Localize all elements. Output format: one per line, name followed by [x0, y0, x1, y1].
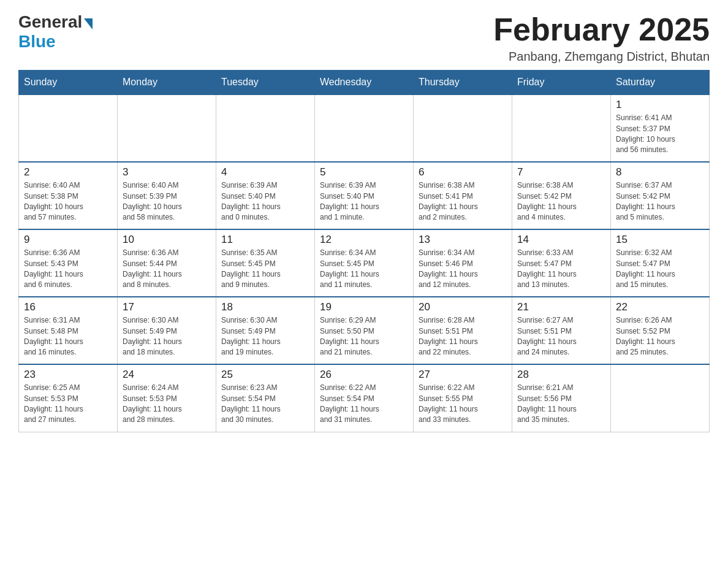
calendar-cell: 23Sunrise: 6:25 AM Sunset: 5:53 PM Dayli…: [19, 364, 118, 432]
calendar-cell: 5Sunrise: 6:39 AM Sunset: 5:40 PM Daylig…: [315, 162, 414, 229]
calendar-cell: 25Sunrise: 6:23 AM Sunset: 5:54 PM Dayli…: [216, 364, 315, 432]
calendar-cell: 21Sunrise: 6:27 AM Sunset: 5:51 PM Dayli…: [512, 297, 611, 364]
day-number: 22: [616, 301, 704, 313]
day-number: 17: [123, 301, 211, 313]
calendar-cell: [19, 94, 118, 162]
day-info: Sunrise: 6:22 AM Sunset: 5:54 PM Dayligh…: [320, 383, 408, 426]
calendar-cell: 8Sunrise: 6:37 AM Sunset: 5:42 PM Daylig…: [611, 162, 710, 229]
day-info: Sunrise: 6:29 AM Sunset: 5:50 PM Dayligh…: [320, 315, 408, 358]
calendar-cell: 13Sunrise: 6:34 AM Sunset: 5:46 PM Dayli…: [414, 229, 512, 297]
calendar-week-row: 23Sunrise: 6:25 AM Sunset: 5:53 PM Dayli…: [19, 364, 710, 432]
calendar-week-row: 9Sunrise: 6:36 AM Sunset: 5:43 PM Daylig…: [19, 229, 710, 297]
day-number: 28: [517, 369, 605, 381]
calendar-cell: 9Sunrise: 6:36 AM Sunset: 5:43 PM Daylig…: [19, 229, 118, 297]
page-header: General Blue February 2025 Panbang, Zhem…: [18, 12, 710, 64]
day-info: Sunrise: 6:40 AM Sunset: 5:39 PM Dayligh…: [123, 180, 211, 223]
calendar-cell: 1Sunrise: 6:41 AM Sunset: 5:37 PM Daylig…: [611, 94, 710, 162]
calendar-cell: 17Sunrise: 6:30 AM Sunset: 5:49 PM Dayli…: [118, 297, 216, 364]
weekday-header-row: SundayMondayTuesdayWednesdayThursdayFrid…: [19, 71, 710, 95]
calendar-header: SundayMondayTuesdayWednesdayThursdayFrid…: [19, 71, 710, 95]
day-number: 13: [419, 234, 507, 246]
day-info: Sunrise: 6:34 AM Sunset: 5:45 PM Dayligh…: [320, 248, 408, 291]
calendar-cell: [611, 364, 710, 432]
day-info: Sunrise: 6:23 AM Sunset: 5:54 PM Dayligh…: [221, 383, 309, 426]
day-number: 20: [419, 301, 507, 313]
logo-arrow-icon: [84, 18, 93, 29]
day-info: Sunrise: 6:31 AM Sunset: 5:48 PM Dayligh…: [24, 315, 112, 358]
month-title: February 2025: [493, 12, 710, 47]
day-info: Sunrise: 6:36 AM Sunset: 5:44 PM Dayligh…: [123, 248, 211, 291]
day-info: Sunrise: 6:38 AM Sunset: 5:42 PM Dayligh…: [517, 180, 605, 223]
day-number: 19: [320, 301, 408, 313]
calendar-cell: 18Sunrise: 6:30 AM Sunset: 5:49 PM Dayli…: [216, 297, 315, 364]
calendar-cell: 19Sunrise: 6:29 AM Sunset: 5:50 PM Dayli…: [315, 297, 414, 364]
day-info: Sunrise: 6:26 AM Sunset: 5:52 PM Dayligh…: [616, 315, 704, 358]
day-number: 26: [320, 369, 408, 381]
day-info: Sunrise: 6:30 AM Sunset: 5:49 PM Dayligh…: [123, 315, 211, 358]
day-info: Sunrise: 6:35 AM Sunset: 5:45 PM Dayligh…: [221, 248, 309, 291]
calendar-cell: 26Sunrise: 6:22 AM Sunset: 5:54 PM Dayli…: [315, 364, 414, 432]
day-number: 2: [24, 166, 112, 178]
day-number: 4: [221, 166, 309, 178]
day-number: 10: [123, 234, 211, 246]
weekday-header-tuesday: Tuesday: [216, 71, 315, 95]
logo-blue-text: Blue: [18, 32, 56, 52]
logo: General Blue: [18, 12, 93, 52]
calendar-cell: 4Sunrise: 6:39 AM Sunset: 5:40 PM Daylig…: [216, 162, 315, 229]
calendar-cell: 3Sunrise: 6:40 AM Sunset: 5:39 PM Daylig…: [118, 162, 216, 229]
day-info: Sunrise: 6:30 AM Sunset: 5:49 PM Dayligh…: [221, 315, 309, 358]
weekday-header-friday: Friday: [512, 71, 611, 95]
logo-general-text: General: [18, 12, 82, 32]
day-number: 6: [419, 166, 507, 178]
day-number: 27: [419, 369, 507, 381]
day-info: Sunrise: 6:34 AM Sunset: 5:46 PM Dayligh…: [419, 248, 507, 291]
calendar-cell: 7Sunrise: 6:38 AM Sunset: 5:42 PM Daylig…: [512, 162, 611, 229]
day-number: 8: [616, 166, 704, 178]
calendar-cell: 10Sunrise: 6:36 AM Sunset: 5:44 PM Dayli…: [118, 229, 216, 297]
day-number: 11: [221, 234, 309, 246]
day-info: Sunrise: 6:32 AM Sunset: 5:47 PM Dayligh…: [616, 248, 704, 291]
day-info: Sunrise: 6:40 AM Sunset: 5:38 PM Dayligh…: [24, 180, 112, 223]
weekday-header-wednesday: Wednesday: [315, 71, 414, 95]
day-number: 21: [517, 301, 605, 313]
day-info: Sunrise: 6:25 AM Sunset: 5:53 PM Dayligh…: [24, 383, 112, 426]
calendar-week-row: 2Sunrise: 6:40 AM Sunset: 5:38 PM Daylig…: [19, 162, 710, 229]
day-info: Sunrise: 6:21 AM Sunset: 5:56 PM Dayligh…: [517, 383, 605, 426]
weekday-header-saturday: Saturday: [611, 71, 710, 95]
calendar-cell: 20Sunrise: 6:28 AM Sunset: 5:51 PM Dayli…: [414, 297, 512, 364]
calendar-cell: 12Sunrise: 6:34 AM Sunset: 5:45 PM Dayli…: [315, 229, 414, 297]
calendar-cell: 11Sunrise: 6:35 AM Sunset: 5:45 PM Dayli…: [216, 229, 315, 297]
calendar-week-row: 1Sunrise: 6:41 AM Sunset: 5:37 PM Daylig…: [19, 94, 710, 162]
day-info: Sunrise: 6:36 AM Sunset: 5:43 PM Dayligh…: [24, 248, 112, 291]
day-info: Sunrise: 6:39 AM Sunset: 5:40 PM Dayligh…: [221, 180, 309, 223]
calendar-cell: 6Sunrise: 6:38 AM Sunset: 5:41 PM Daylig…: [414, 162, 512, 229]
day-number: 7: [517, 166, 605, 178]
weekday-header-thursday: Thursday: [414, 71, 512, 95]
calendar-cell: [315, 94, 414, 162]
weekday-header-monday: Monday: [118, 71, 216, 95]
day-number: 5: [320, 166, 408, 178]
calendar-cell: 22Sunrise: 6:26 AM Sunset: 5:52 PM Dayli…: [611, 297, 710, 364]
day-info: Sunrise: 6:38 AM Sunset: 5:41 PM Dayligh…: [419, 180, 507, 223]
calendar-body: 1Sunrise: 6:41 AM Sunset: 5:37 PM Daylig…: [19, 94, 710, 432]
day-number: 23: [24, 369, 112, 381]
calendar-cell: 28Sunrise: 6:21 AM Sunset: 5:56 PM Dayli…: [512, 364, 611, 432]
calendar-cell: [118, 94, 216, 162]
day-info: Sunrise: 6:28 AM Sunset: 5:51 PM Dayligh…: [419, 315, 507, 358]
location-subtitle: Panbang, Zhemgang District, Bhutan: [493, 50, 710, 64]
calendar-cell: 24Sunrise: 6:24 AM Sunset: 5:53 PM Dayli…: [118, 364, 216, 432]
day-number: 25: [221, 369, 309, 381]
day-info: Sunrise: 6:24 AM Sunset: 5:53 PM Dayligh…: [123, 383, 211, 426]
weekday-header-sunday: Sunday: [19, 71, 118, 95]
calendar-cell: 16Sunrise: 6:31 AM Sunset: 5:48 PM Dayli…: [19, 297, 118, 364]
day-number: 9: [24, 234, 112, 246]
calendar-cell: 2Sunrise: 6:40 AM Sunset: 5:38 PM Daylig…: [19, 162, 118, 229]
day-info: Sunrise: 6:27 AM Sunset: 5:51 PM Dayligh…: [517, 315, 605, 358]
title-section: February 2025 Panbang, Zhemgang District…: [493, 12, 710, 64]
calendar-cell: [216, 94, 315, 162]
day-info: Sunrise: 6:41 AM Sunset: 5:37 PM Dayligh…: [616, 113, 704, 156]
day-number: 14: [517, 234, 605, 246]
day-number: 1: [616, 99, 704, 111]
day-number: 24: [123, 369, 211, 381]
calendar-cell: [414, 94, 512, 162]
